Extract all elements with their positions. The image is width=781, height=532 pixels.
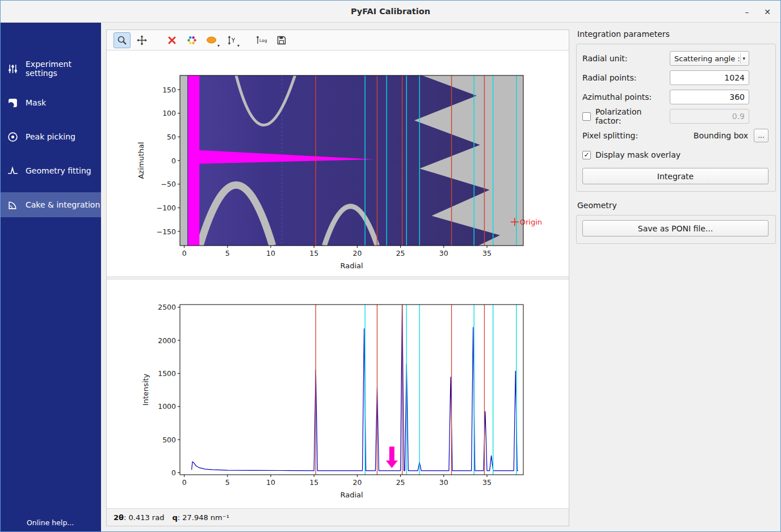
tick-label: 25 (396, 478, 405, 487)
cake-plot-canvas[interactable]: Origin05101520253035−150−100−50050100150… (107, 50, 569, 276)
log-scale-icon: Log (255, 35, 268, 45)
pixel-splitting-label: Pixel splitting: (582, 131, 638, 140)
close-button[interactable]: ✕ (759, 1, 776, 23)
sidebar-item-cake-integration[interactable]: Cake & integration (1, 192, 101, 217)
azimuthal-points-label: Azimuthal points: (582, 92, 652, 102)
minimize-button[interactable]: – (738, 1, 755, 23)
floppy-save-icon (276, 35, 287, 45)
save-poni-button[interactable]: Save as PONI file... (582, 220, 769, 237)
pixel-splitting-value: Bounding box (694, 131, 748, 140)
sidebar-item-experiment-settings[interactable]: Experiment settings (1, 56, 101, 81)
beam-band (188, 75, 199, 246)
tick-label: 0 (171, 468, 176, 477)
radial-points-label: Radial points: (582, 73, 636, 82)
tick-label: 150 (162, 86, 176, 94)
tick-label: −150 (157, 227, 176, 236)
tick-label: 15 (309, 478, 318, 487)
polarization-row: Polarization factor: (582, 107, 769, 126)
sidebar-item-label: Cake & integration (26, 200, 100, 209)
integration-curve-layer (192, 301, 518, 475)
mask-icon (7, 98, 18, 108)
sliders-icon (7, 64, 18, 74)
tick-label: 20 (352, 249, 362, 257)
polarization-checkbox[interactable] (582, 112, 591, 121)
tick-label: 100 (162, 109, 176, 117)
pan-arrows-icon (137, 35, 147, 45)
tick-label: 1000 (158, 402, 176, 411)
target-icon (7, 132, 18, 142)
zoom-button[interactable] (114, 32, 131, 48)
y-axis-orientation-button[interactable]: Y ▾ (223, 32, 240, 48)
sidebar-item-geometry-fitting[interactable]: Geometry fitting (1, 158, 101, 183)
geometry-title: Geometry (577, 201, 776, 210)
polarization-input (670, 109, 749, 124)
plot-area: ▾ Y ▾ (101, 23, 569, 531)
intensity-curve (192, 301, 518, 471)
pan-button[interactable] (133, 32, 150, 48)
integration-parameters-panel: Integration parameters Radial unit: Scat… (569, 23, 780, 531)
plot-toolbar: ▾ Y ▾ (107, 30, 569, 50)
radial-unit-value: Scattering angle : (674, 54, 740, 63)
dropdown-caret-icon: ▾ (217, 44, 220, 48)
mask-overlay-label: Display mask overlay (595, 150, 681, 159)
tick-label: 30 (439, 478, 448, 487)
palette-icon (187, 35, 197, 45)
radial-unit-row: Radial unit: Scattering angle : ▾ (582, 49, 769, 68)
mask-overlay-row: ✓ Display mask overlay (582, 145, 769, 164)
azimuthal-points-input[interactable] (670, 90, 749, 104)
checkbox-glyph: ✓ (583, 151, 589, 158)
tick-label: 0 (182, 249, 187, 257)
polarization-label: Polarization factor: (595, 107, 670, 125)
pixel-splitting-row: Pixel splitting: Bounding box ... (582, 126, 769, 145)
ellipse-icon (206, 35, 217, 45)
online-help-link[interactable]: Online help... (27, 518, 74, 527)
integration-plot-canvas[interactable]: 0510152025303505001000150020002500Radial… (107, 280, 569, 508)
colormap-button[interactable] (183, 32, 200, 48)
radial-points-row: Radial points: (582, 68, 769, 87)
radial-unit-select[interactable]: Scattering angle : ▾ (670, 51, 749, 66)
geometry-group: Save as PONI file... (576, 215, 776, 244)
tick-label: 10 (266, 249, 275, 257)
window-title: PyFAI Calibration (1, 7, 780, 16)
sidebar-item-peak-picking[interactable]: Peak picking (1, 124, 101, 149)
tick-label: 500 (162, 436, 176, 444)
sidebar-item-mask[interactable]: Mask (1, 90, 101, 115)
position-statusbar: 2θ : 0.413 rad q : 27.948 nm⁻¹ (107, 508, 569, 526)
radial-points-input[interactable] (670, 70, 749, 85)
magnifier-icon (117, 35, 127, 45)
tick-label: 2000 (158, 336, 176, 345)
sidebar-item-label: Experiment settings (26, 60, 101, 78)
tick-label: −50 (161, 180, 176, 188)
integrate-row: Integrate (582, 168, 769, 184)
tth-value: : 0.413 rad (124, 513, 164, 522)
save-button[interactable] (273, 32, 290, 48)
dropdown-caret-icon: ▾ (237, 44, 240, 48)
x-axis-label: Radial (340, 261, 363, 270)
tick-label: 10 (266, 478, 275, 487)
window-body: Experiment settings Mask Peak picking (1, 23, 780, 531)
y-axis-label: Intensity (141, 373, 150, 406)
tick-label: −100 (157, 204, 176, 212)
tick-label: 35 (482, 249, 492, 257)
clear-mask-button[interactable] (163, 32, 180, 48)
integration-parameters-group: Radial unit: Scattering angle : ▾ Radial… (576, 44, 776, 192)
y-axis-icon: Y (226, 35, 237, 45)
pixel-splitting-options-button[interactable]: ... (754, 129, 769, 142)
q-label: q (172, 513, 177, 522)
selection-arrow-marker (386, 446, 398, 468)
y-axis-glyph: Y (231, 37, 236, 44)
tick-label: 20 (352, 478, 362, 487)
tick-label: 35 (482, 478, 492, 487)
mask-overlay-checkbox[interactable]: ✓ (582, 151, 591, 159)
sidebar: Experiment settings Mask Peak picking (1, 23, 101, 531)
chevron-down-icon: ▾ (740, 53, 747, 64)
tick-label: 30 (439, 249, 448, 257)
sidebar-item-label: Peak picking (26, 132, 75, 141)
tth-label: 2θ (114, 513, 124, 522)
y-axis-label: Azimuthal (137, 142, 145, 179)
ellipse-selector-button[interactable]: ▾ (203, 32, 220, 48)
log-glyph: Log (259, 38, 267, 43)
tick-label: 50 (167, 133, 176, 141)
log-scale-button[interactable]: Log (253, 32, 270, 48)
integrate-button[interactable]: Integrate (582, 168, 769, 184)
